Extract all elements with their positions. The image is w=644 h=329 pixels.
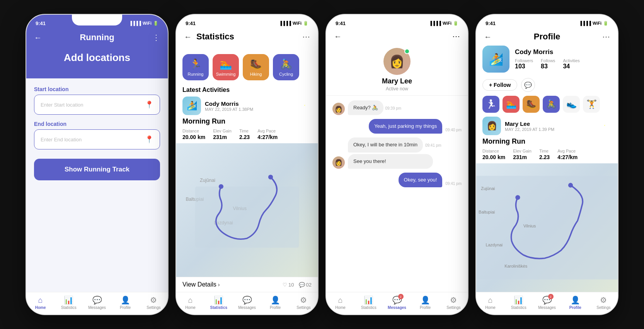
nav-home-3[interactable]: ⌂ Home [326,296,354,310]
activities-label: Activities [563,58,579,63]
msg-label-2: Messages [238,305,256,310]
profile-activity-user-date: MAY 22, 2019 AT 1.39 PM [505,127,554,132]
nav-profile-3[interactable]: 👤 Profile [411,295,440,310]
message-button-profile[interactable]: 💬 [521,78,535,92]
filter-swimming[interactable]: 🏊 [503,96,520,113]
nav-settings-3[interactable]: ⚙ Settings [440,295,468,310]
add-locations-title: Add locations [34,46,160,67]
chat-user-name: Mary Lee [382,77,412,85]
home-label-2: Home [185,305,196,310]
end-input-wrapper[interactable]: Enter End location 📍 [34,129,160,149]
chat-menu-button[interactable]: ⋯ [452,32,460,41]
filter-shoe[interactable]: 👟 [563,96,580,113]
profile-avatar: 🏄 [482,46,509,73]
filter-running[interactable]: 🏃 [482,96,499,113]
start-location-group: Start location Enter Start location 📍 [34,86,160,115]
nav-profile-1[interactable]: 👤 Profile [111,295,140,310]
activity-sport-badge: 🏃 [298,99,312,113]
menu-button-2[interactable]: ⋯ [302,32,310,41]
wifi-icon-1: WiFi [143,21,152,25]
home-icon-4: ⌂ [488,296,493,305]
home-label-4: Home [485,305,496,310]
view-details-link[interactable]: View Details › [182,281,220,288]
filter-cycling[interactable]: 🚴 [543,96,560,113]
signal-icon-4: ▐▐▐▐ [579,21,591,25]
start-placeholder: Enter Start location [41,102,83,108]
status-icons-4: ▐▐▐▐ WiFi 🔋 [579,21,608,26]
likes-action[interactable]: ♡ 10 [283,282,294,288]
comments-action[interactable]: 💬 02 [299,282,312,288]
running-title: Running [80,32,114,42]
stats-row-2: Distance 20.00 km Elev Gain 231m Time 2.… [182,129,312,140]
start-input-wrapper[interactable]: Enter Start location 📍 [34,95,160,115]
menu-button-1[interactable]: ⋮ [152,33,160,42]
activity-hiking-box[interactable]: 🥾 Hiking [243,54,269,80]
profile-activity-user-name: Mary Lee [505,120,554,127]
nav-statistics-4[interactable]: 📊 Statistics [504,295,533,310]
nav-profile-2[interactable]: 👤 Profile [261,295,290,310]
running-icon: 🏃 [189,58,202,70]
activity-swimming-box[interactable]: 🏊 Swimming [213,54,239,80]
nav-settings-4[interactable]: ⚙ Settings [589,295,618,310]
settings-label-4: Settings [596,305,610,310]
stats-label-2: Statistics [210,305,227,310]
activity-running-box[interactable]: 🏃 Running [182,54,209,80]
back-button-1[interactable]: ← [34,33,42,42]
followers-value: 103 [515,63,533,70]
profile-label-1: Profile [120,305,131,310]
message-row-1: 👩 Ready? 🚴 09:39 pm [332,100,462,115]
followers-label: Followers [515,58,533,63]
settings-label-1: Settings [147,305,160,310]
stat-distance-2: Distance 20.00 km [182,129,205,140]
back-button-3[interactable]: ← [334,32,342,41]
filter-other[interactable]: 🏋️ [583,96,600,113]
nav-messages-4[interactable]: 💬2 Messages [533,295,561,310]
battery-icon-4: 🔋 [603,21,608,26]
nav-messages-2[interactable]: 💬 Messages [233,295,261,310]
svg-text:Lazdynai: Lazdynai [486,243,503,247]
end-placeholder: Enter End location [41,137,82,142]
nav-statistics-1[interactable]: 📊 Statistics [55,295,83,310]
nav-statistics-3[interactable]: 📊 Statistics [354,295,383,310]
filter-hiking[interactable]: 🥾 [523,96,540,113]
notch-2 [222,15,272,25]
stats-content: ← Statistics ⋯ 🏃 Running 🏊 Swimming 🥾 Hi… [176,29,318,292]
profile-icon-2: 👤 [271,295,280,305]
msg-bubble-3: Okey, I will be there in 10min [348,137,423,152]
nav-messages-3[interactable]: 💬2 Messages [383,295,411,310]
nav-home-4[interactable]: ⌂ Home [476,296,504,310]
nav-settings-1[interactable]: ⚙ Settings [140,295,168,310]
msg-time-4: 09:41 pm [445,181,462,186]
profile-stat-distance: Distance 20.00 km [482,149,505,160]
stats-icon-4: 📊 [514,295,523,305]
view-details-actions: ♡ 10 💬 02 [283,282,312,288]
message-row-4: 09:41 pm Okey, see you! [332,173,462,187]
profile-menu-button[interactable]: ⋯ [602,32,610,41]
msg-icon-4: 💬2 [542,295,552,305]
msg-bubble-2: Yeah, just parking my things [369,119,442,134]
profile-stat-time: Time 2.23 [539,149,550,160]
msg-bubble-4: Okey, see you! [399,173,443,187]
settings-label-3: Settings [446,305,460,310]
back-button-4[interactable]: ← [484,32,492,41]
msg-time-inline-3: Okey, I will be there in 10min 09:41 pm [348,137,441,152]
nav-home-1[interactable]: ⌂ Home [26,296,55,310]
nav-statistics-2[interactable]: 📊 Statistics [204,295,233,310]
follow-button[interactable]: + Follow [482,79,517,91]
msg-bubble-1: Ready? 🚴 [348,100,383,115]
show-running-track-button[interactable]: Show Running Track [34,159,160,180]
home-icon-3: ⌂ [338,296,343,305]
nav-messages-1[interactable]: 💬 Messages [83,295,111,310]
nav-settings-2[interactable]: ⚙ Settings [290,295,318,310]
back-button-2[interactable]: ← [184,32,192,41]
activity-cycling-box[interactable]: 🚴 Cycling [273,54,299,80]
nav-profile-4[interactable]: 👤 Profile [561,295,589,310]
pace-value-2: 4:27/km [257,134,278,140]
profile-pace-value: 4:27/km [557,154,578,160]
view-details-text: View Details [182,281,216,288]
nav-home-2[interactable]: ⌂ Home [176,296,204,310]
chat-header: ← ⋯ [326,29,468,44]
msg-label-1: Messages [88,305,106,310]
status-time-2: 9:41 [186,20,196,26]
phone-messages: 9:41 ▐▐▐▐ WiFi 🔋 ← ⋯ 👩 Mary Lee Active n… [325,14,469,315]
